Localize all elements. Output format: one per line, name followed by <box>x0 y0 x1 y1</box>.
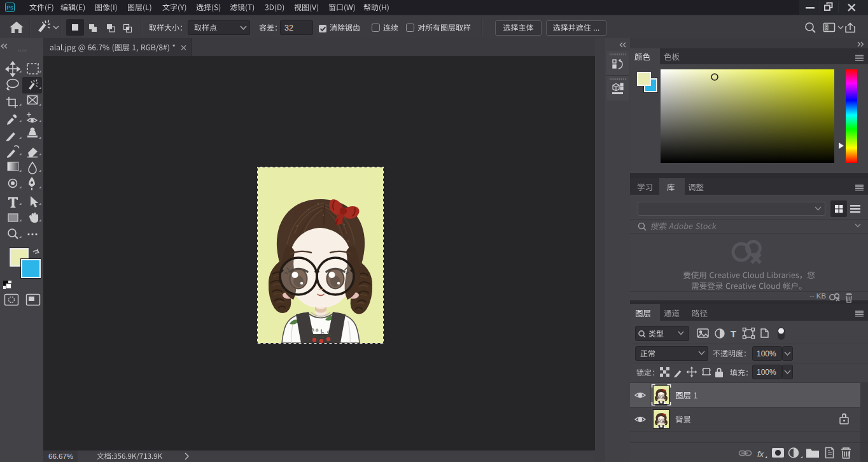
svg-text:T: T <box>731 329 736 339</box>
svg-text:fx: fx <box>757 449 764 459</box>
svg-text:66.67%: 66.67% <box>48 452 73 460</box>
svg-text:Ps: Ps <box>6 4 13 11</box>
svg-text:100%: 100% <box>757 349 776 358</box>
svg-text:32: 32 <box>284 24 293 32</box>
svg-text:100%: 100% <box>757 368 776 377</box>
svg-text:-- KB: -- KB <box>809 292 827 300</box>
